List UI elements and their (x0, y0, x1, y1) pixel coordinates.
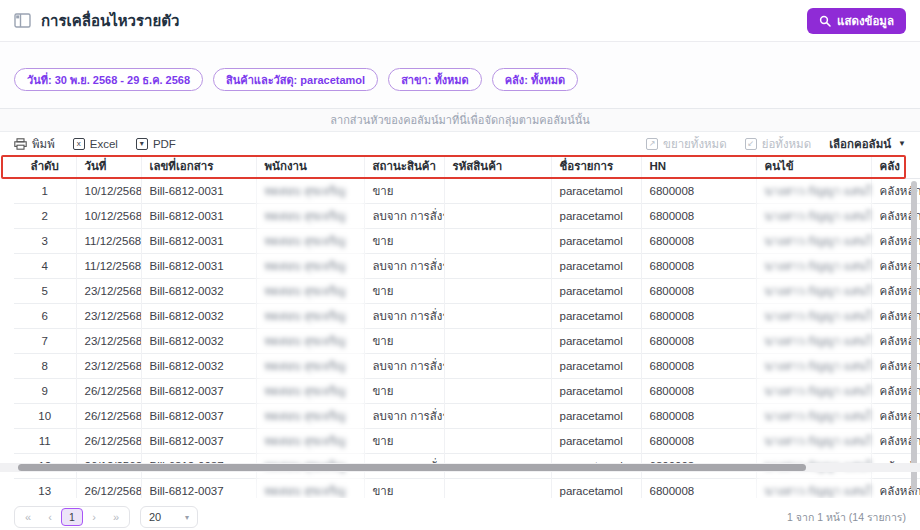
export-excel-button[interactable]: x Excel (73, 138, 118, 150)
printer-icon (14, 138, 27, 150)
table-row[interactable]: 13 26/12/2568 Bill-6812-0037 ทดสอบ สุขเจ… (14, 478, 920, 498)
excel-label: Excel (90, 138, 118, 150)
page-size-select[interactable]: 20 ▾ (140, 506, 198, 528)
column-header-status[interactable]: สถานะสินค้า (364, 155, 444, 178)
search-icon (819, 15, 831, 27)
data-grid: ลำดับวันที่เลขที่เอกสารพนักงานสถานะสินค้… (0, 155, 920, 498)
show-data-button[interactable]: แสดงข้อมูล (807, 8, 906, 34)
column-header-no[interactable]: ลำดับ (14, 155, 76, 178)
table-header-row: ลำดับวันที่เลขที่เอกสารพนักงานสถานะสินค้… (14, 155, 920, 178)
filter-chip[interactable]: คลัง: ทั้งหมด (492, 68, 578, 91)
group-by-drop-area[interactable]: ลากส่วนหัวของคอลัมน์มาที่นี่เพื่อจัดกลุ่… (0, 109, 920, 132)
column-header-hn[interactable]: HN (641, 155, 756, 178)
show-data-button-label: แสดงข้อมูล (837, 12, 894, 30)
column-header-doc_no[interactable]: เลขที่เอกสาร (141, 155, 256, 178)
column-header-item_name[interactable]: ชื่อรายการ (551, 155, 641, 178)
table-row[interactable]: 9 26/12/2568 Bill-6812-0037 ทดสอบ สุขเจร… (14, 378, 920, 403)
first-page-button[interactable]: « (17, 508, 39, 526)
filter-chips: วันที่: 30 พ.ย. 2568 - 29 ธ.ค. 2568 สินค… (14, 68, 906, 91)
prev-page-button[interactable]: ‹ (39, 508, 61, 526)
column-header-warehouse[interactable]: คลัง (871, 155, 920, 178)
pdf-label: PDF (153, 138, 176, 150)
column-header-patient[interactable]: คนไข้ (756, 155, 871, 178)
last-page-button[interactable]: » (105, 508, 127, 526)
print-button[interactable]: พิมพ์ (14, 135, 55, 153)
data-grid-panel: ลากส่วนหัวของคอลัมน์มาที่นี่เพื่อจัดกลุ่… (0, 108, 920, 530)
current-page-button[interactable]: 1 (61, 508, 83, 526)
excel-icon: x (73, 138, 85, 150)
collapse-all-icon: ↙ (745, 138, 757, 150)
movement-report-page: การเคลื่อนไหวรายตัว แสดงข้อมูล วันที่: 3… (0, 0, 920, 530)
grid-toolbar: พิมพ์ x Excel ▾ PDF ↗ ขยายทั้งหมด ↙ (0, 132, 920, 155)
table-row[interactable]: 1 10/12/2568 Bill-6812-0031 ทดสอบ สุขเจร… (14, 178, 920, 203)
table-row[interactable]: 11 26/12/2568 Bill-6812-0037 ทดสอบ สุขเจ… (14, 428, 920, 453)
topbar: การเคลื่อนไหวรายตัว แสดงข้อมูล (0, 0, 920, 42)
table-row[interactable]: 2 10/12/2568 Bill-6812-0031 ทดสอบ สุขเจร… (14, 203, 920, 228)
collapse-all-button[interactable]: ↙ ย่อทั้งหมด (745, 135, 811, 153)
expand-all-icon: ↗ (646, 138, 658, 150)
table-row[interactable]: 4 11/12/2568 Bill-6812-0031 ทดสอบ สุขเจร… (14, 253, 920, 278)
filter-chip[interactable]: สินค้าและวัสดุ: paracetamol (213, 68, 378, 91)
table-row[interactable]: 6 23/12/2568 Bill-6812-0032 ทดสอบ สุขเจร… (14, 303, 920, 328)
filter-chip[interactable]: สาขา: ทั้งหมด (388, 68, 482, 91)
page-title: การเคลื่อนไหวรายตัว (41, 9, 179, 33)
page-size-value: 20 (149, 511, 161, 523)
choose-columns-label: เลือกคอลัมน์ (829, 135, 891, 153)
export-pdf-button[interactable]: ▾ PDF (136, 138, 176, 150)
table-row[interactable]: 3 11/12/2568 Bill-6812-0031 ทดสอบ สุขเจร… (14, 228, 920, 253)
collapse-all-label: ย่อทั้งหมด (762, 135, 811, 153)
table-row[interactable]: 8 23/12/2568 Bill-6812-0032 ทดสอบ สุขเจร… (14, 353, 920, 378)
chevron-down-icon: ▾ (185, 513, 189, 522)
table-row[interactable]: 7 23/12/2568 Bill-6812-0032 ทดสอบ สุขเจร… (14, 328, 920, 353)
horizontal-scrollbar[interactable] (18, 464, 806, 471)
sidebar-toggle-icon[interactable] (14, 12, 31, 29)
expand-all-button[interactable]: ↗ ขยายทั้งหมด (646, 135, 727, 153)
filter-chip[interactable]: วันที่: 30 พ.ย. 2568 - 29 ธ.ค. 2568 (14, 68, 203, 91)
vertical-scrollbar[interactable] (911, 181, 917, 491)
pager: « ‹ 1 › » (14, 506, 130, 528)
choose-columns-button[interactable]: เลือกคอลัมน์ ▼ (829, 135, 906, 153)
chevron-down-icon: ▼ (898, 139, 906, 148)
table-row[interactable]: 5 23/12/2568 Bill-6812-0032 ทดสอบ สุขเจร… (14, 278, 920, 303)
table-row[interactable]: 10 26/12/2568 Bill-6812-0037 ทดสอบ สุขเจ… (14, 403, 920, 428)
next-page-button[interactable]: › (83, 508, 105, 526)
print-label: พิมพ์ (32, 135, 55, 153)
table-body: 1 10/12/2568 Bill-6812-0031 ทดสอบ สุขเจร… (14, 178, 920, 498)
page-summary: 1 จาก 1 หน้า (14 รายการ) (787, 509, 906, 526)
column-header-product_code[interactable]: รหัสสินค้า (444, 155, 551, 178)
grid-footer: « ‹ 1 › » 20 ▾ 1 จาก 1 หน้า (14 รายการ) (0, 504, 920, 530)
column-header-date[interactable]: วันที่ (76, 155, 141, 178)
expand-all-label: ขยายทั้งหมด (663, 135, 727, 153)
horizontal-scrollbar-track (0, 463, 920, 472)
column-header-employee[interactable]: พนักงาน (256, 155, 364, 178)
movement-table: ลำดับวันที่เลขที่เอกสารพนักงานสถานะสินค้… (14, 155, 920, 498)
pdf-icon: ▾ (136, 138, 148, 150)
